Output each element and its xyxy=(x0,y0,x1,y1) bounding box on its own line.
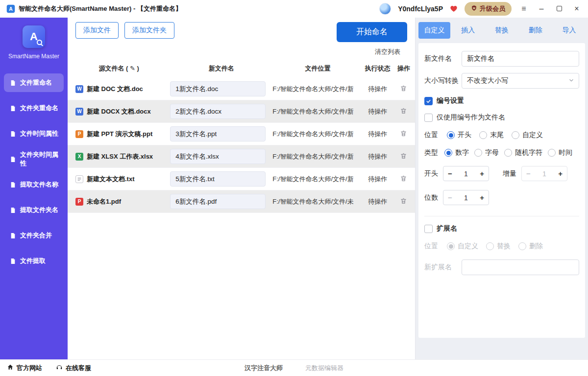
new-name-input[interactable] xyxy=(170,149,266,164)
new-extension-label: 新扩展名 xyxy=(424,263,462,272)
extension-label: 扩展名 xyxy=(437,224,457,233)
body: A SmartName Master 文件重命名 文件夹重命名 文件时间属性 xyxy=(0,18,588,359)
new-extension-field[interactable] xyxy=(462,259,579,275)
vip-heart-icon[interactable] xyxy=(450,5,458,13)
new-name-input[interactable] xyxy=(170,104,266,119)
official-site-link[interactable]: 官方网站 xyxy=(7,364,42,373)
file-icon xyxy=(10,258,16,264)
sidebar-item-extract-filename[interactable]: 提取文件名称 xyxy=(4,175,64,194)
sidebar-item-folder-merge[interactable]: 文件夹合并 xyxy=(4,226,64,245)
table-body: W 新建 DOC 文档.doc F:/智能文件命名大师/文件/新 待操作 W 新… xyxy=(68,78,415,213)
sidebar-item-folder-rename[interactable]: 文件夹重命名 xyxy=(4,99,64,118)
case-label: 大小写转换 xyxy=(424,76,462,85)
tab-insert[interactable]: 插入 xyxy=(452,22,484,39)
digits-value: 1 xyxy=(464,194,468,202)
add-file-button[interactable]: 添加文件 xyxy=(75,22,119,39)
header-status: 执行状态 xyxy=(363,64,392,73)
svg-text:A: A xyxy=(9,6,13,12)
delete-row-button[interactable] xyxy=(398,174,409,185)
increment-button[interactable]: + xyxy=(558,170,563,177)
delete-row-button[interactable] xyxy=(398,196,409,207)
sidebar-item-folder-time[interactable]: 文件夹时间属性 xyxy=(4,150,64,168)
increment-button[interactable]: + xyxy=(480,170,484,177)
pdf-file-icon: P xyxy=(75,198,83,206)
pinyin-master-link[interactable]: 汉字注音大师 xyxy=(245,364,283,373)
app-logo-icon: A xyxy=(6,4,16,14)
radio-position-custom[interactable]: 自定义 xyxy=(512,131,543,140)
new-name-input[interactable] xyxy=(170,81,266,96)
radio-type-random[interactable]: 随机字符 xyxy=(504,148,542,157)
upgrade-member-label: 升级会员 xyxy=(480,4,505,13)
new-name-input[interactable] xyxy=(170,171,266,187)
file-icon xyxy=(10,156,16,163)
user-avatar[interactable] xyxy=(379,3,391,15)
start-rename-button[interactable]: 开始命名 xyxy=(337,22,407,42)
increment-button[interactable]: + xyxy=(480,194,484,201)
decrement-button[interactable]: − xyxy=(526,170,531,177)
close-button[interactable]: × xyxy=(571,3,582,14)
radio-type-letter[interactable]: 字母 xyxy=(474,148,499,157)
decrement-button[interactable]: − xyxy=(448,194,452,201)
tab-delete[interactable]: 删除 xyxy=(519,22,551,39)
radio-ext-custom[interactable]: 自定义 xyxy=(447,242,478,251)
main-area: 添加文件 添加文件夹 开始命名 清空列表 源文件名 ( ✎ ) 新文件名 文件位… xyxy=(68,18,416,359)
radio-ext-replace[interactable]: 替换 xyxy=(486,242,511,251)
file-path: F:/智能文件命名大师/文件/新 xyxy=(272,175,363,184)
sidebar-item-file-time[interactable]: 文件时间属性 xyxy=(4,124,64,143)
maximize-button[interactable] xyxy=(554,3,564,14)
metadata-editor-link[interactable]: 元数据编辑器 xyxy=(305,364,343,373)
start-number-value: 1 xyxy=(464,170,468,178)
clear-list-button[interactable]: 清空列表 xyxy=(375,48,400,55)
new-name-field[interactable] xyxy=(462,51,579,67)
sidebar-item-label: 提取文件名称 xyxy=(20,180,58,189)
radio-position-end[interactable]: 末尾 xyxy=(479,131,504,140)
app-window: A 智能文件命名大师(SmartName Master) - 【文件重命名】 Y… xyxy=(0,0,588,376)
official-site-label: 官方网站 xyxy=(17,364,42,373)
tab-custom[interactable]: 自定义 xyxy=(418,22,450,39)
new-name-input[interactable] xyxy=(170,126,266,141)
numbering-checkbox[interactable]: 编号设置 xyxy=(424,96,579,105)
decrement-button[interactable]: − xyxy=(448,170,452,177)
sidebar-item-label: 文件时间属性 xyxy=(20,129,58,138)
radio-ext-delete[interactable]: 删除 xyxy=(518,242,543,251)
sidebar-item-file-extract[interactable]: 文件提取 xyxy=(4,252,64,270)
new-name-input[interactable] xyxy=(170,194,266,209)
start-increment-row: 开头 − 1 + 增量 − 1 + xyxy=(424,166,579,181)
minimize-button[interactable]: – xyxy=(536,3,547,14)
start-stepper-label: 开头 xyxy=(424,169,438,178)
radio-label: 随机字符 xyxy=(515,148,542,157)
sidebar-item-label: 文件夹时间属性 xyxy=(20,150,64,168)
source-file-name: 新建 XLSX 工作表.xlsx xyxy=(87,152,153,161)
add-folder-button[interactable]: 添加文件夹 xyxy=(124,22,174,39)
case-select[interactable]: 不改变大小写 xyxy=(462,73,579,89)
new-name-field-row: 新文件名 xyxy=(424,51,579,67)
delete-row-button[interactable] xyxy=(398,84,409,94)
sidebar-item-extract-foldername[interactable]: 提取文件夹名 xyxy=(4,201,64,219)
status-label: 待操作 xyxy=(363,152,392,161)
digits-row: 位数 − 1 + xyxy=(424,190,579,205)
radio-position-start[interactable]: 开头 xyxy=(447,131,471,140)
online-support-link[interactable]: 在线客服 xyxy=(56,364,91,373)
tab-import[interactable]: 导入 xyxy=(553,22,585,39)
settings-card: 新文件名 大小写转换 不改变大小写 编号设置 仅使用编号作为文件名 xyxy=(418,43,585,338)
delete-row-button[interactable] xyxy=(398,151,409,162)
extension-checkbox[interactable]: 扩展名 xyxy=(424,224,579,233)
maximize-icon xyxy=(557,6,562,11)
tab-replace[interactable]: 替换 xyxy=(486,22,518,39)
menu-icon[interactable]: ≡ xyxy=(518,3,529,14)
source-file-name: 未命名1.pdf xyxy=(87,197,121,206)
only-number-checkbox[interactable]: 仅使用编号作为文件名 xyxy=(424,113,579,122)
delete-row-button[interactable] xyxy=(398,106,409,117)
status-label: 待操作 xyxy=(363,107,392,116)
upgrade-member-button[interactable]: 升级会员 xyxy=(465,2,512,16)
radio-type-number[interactable]: 数字 xyxy=(444,148,469,157)
brand-name: SmartName Master xyxy=(0,53,68,60)
sidebar-item-file-rename[interactable]: 文件重命名 xyxy=(4,73,64,92)
radio-label: 开头 xyxy=(458,131,471,140)
position-label: 位置 xyxy=(424,131,439,140)
titlebar: A 智能文件命名大师(SmartName Master) - 【文件重命名】 Y… xyxy=(0,0,588,18)
delete-row-button[interactable] xyxy=(398,129,409,140)
radio-icon xyxy=(548,149,556,157)
file-icon xyxy=(10,182,16,188)
radio-type-time[interactable]: 时间 xyxy=(548,148,572,157)
